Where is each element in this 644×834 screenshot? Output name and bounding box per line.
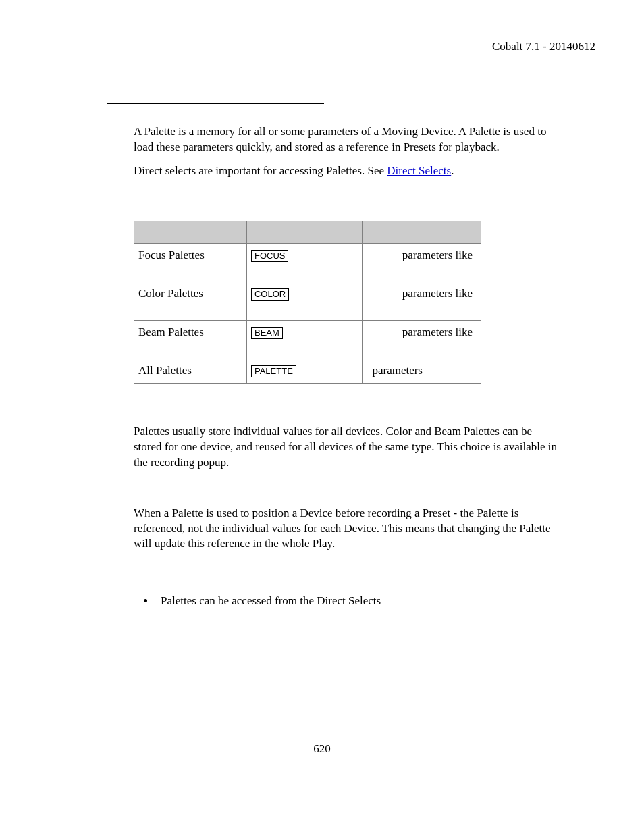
table-header-row	[134, 221, 481, 243]
page-number: 620	[0, 741, 644, 757]
intro-paragraph-1: A Palette is a memory for all or some pa…	[134, 124, 560, 155]
row-desc: parameters like	[363, 244, 481, 267]
intro-paragraph-2: Direct selects are important for accessi…	[134, 163, 560, 179]
table-row: All Palettes PALETTE parameters	[134, 359, 481, 383]
table-row: Beam Palettes BEAM parameters like	[134, 320, 481, 359]
key-chip-color: COLOR	[251, 288, 289, 301]
key-chip-focus: FOCUS	[251, 250, 289, 262]
table-row: Color Palettes COLOR parameters like	[134, 282, 481, 320]
intro-p2-pre: Direct selects are important for accessi…	[134, 164, 387, 177]
section-paragraph-1: Palettes usually store individual values…	[134, 424, 560, 471]
row-label: All Palettes	[134, 359, 246, 383]
key-chip-beam: BEAM	[251, 327, 283, 339]
palette-types-table: Focus Palettes FOCUS parameters like Col…	[134, 221, 481, 384]
bullet-list: Palettes can be accessed from the Direct…	[155, 594, 560, 609]
row-desc: parameters like	[363, 321, 481, 344]
table-header-cell	[134, 221, 247, 243]
table-header-cell	[246, 221, 362, 243]
page: Cobalt 7.1 - 20140612 A Palette is a mem…	[0, 0, 644, 834]
bullet-item: Palettes can be accessed from the Direct…	[155, 594, 560, 609]
row-desc: parameters like	[363, 282, 481, 306]
direct-selects-link[interactable]: Direct Selects	[387, 164, 451, 177]
table-row: Focus Palettes FOCUS parameters like	[134, 243, 481, 282]
row-desc: parameters	[363, 359, 481, 383]
intro-p2-post: .	[451, 164, 454, 177]
key-chip-palette: PALETTE	[251, 365, 296, 377]
section-paragraph-2: When a Palette is used to position a Dev…	[134, 506, 560, 552]
header-title: Cobalt 7.1 - 20140612	[492, 39, 595, 55]
row-label: Color Palettes	[134, 282, 246, 306]
row-label: Beam Palettes	[134, 321, 246, 344]
content-block: A Palette is a memory for all or some pa…	[134, 124, 560, 609]
row-label: Focus Palettes	[134, 244, 246, 267]
table-header-cell	[363, 221, 481, 243]
horizontal-rule	[107, 103, 324, 104]
